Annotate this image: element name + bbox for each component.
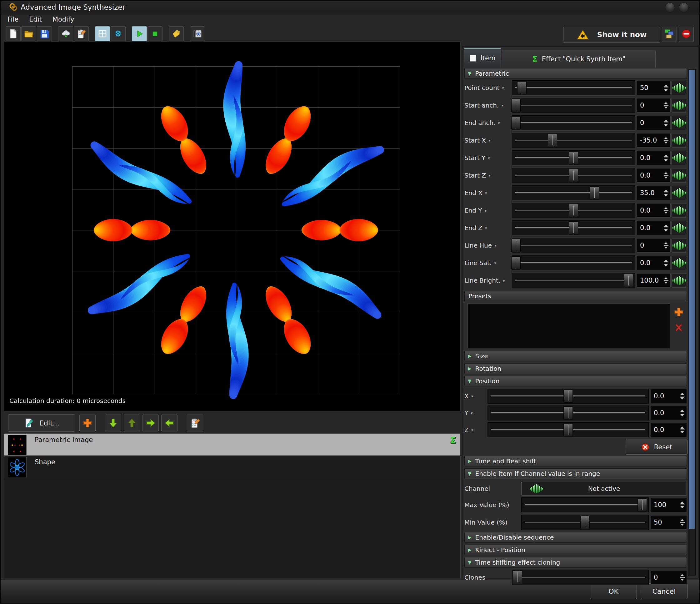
spinner-stepper[interactable]: [678, 393, 686, 400]
spinner-stepper[interactable]: [678, 502, 686, 508]
slider-handle[interactable]: [564, 423, 573, 436]
slider-handle[interactable]: [564, 406, 573, 419]
slider-label[interactable]: End anch.▾: [465, 119, 512, 127]
menu-modify[interactable]: Modify: [52, 16, 74, 23]
spin-down-icon[interactable]: [664, 89, 668, 91]
spin-down-icon[interactable]: [664, 106, 668, 109]
slider-label[interactable]: Start Y▾: [465, 154, 512, 162]
menu-edit[interactable]: Edit: [29, 16, 42, 23]
value-box[interactable]: 50: [651, 515, 687, 530]
toolbar-button-grid-view[interactable]: [95, 26, 110, 41]
spinner-stepper[interactable]: [662, 84, 670, 91]
window-orb-right-button[interactable]: [679, 2, 689, 13]
cancel-button[interactable]: Cancel: [641, 583, 688, 599]
section-time-and-beat-shift[interactable]: ▶ Time and Beat shift: [465, 456, 687, 466]
spin-down-icon[interactable]: [664, 159, 668, 161]
slider-track[interactable]: [521, 515, 649, 530]
slider-label[interactable]: Z▾: [465, 426, 488, 434]
spinner-stepper[interactable]: [662, 102, 670, 109]
slider-label[interactable]: Y▾: [465, 409, 488, 417]
slider-track[interactable]: [512, 80, 635, 95]
section-enable-item-in-range[interactable]: ▼ Enable item if Channel value is in ran…: [465, 468, 687, 479]
slider-label[interactable]: Line Sat.▾: [465, 259, 512, 267]
spin-up-icon[interactable]: [664, 190, 668, 192]
value-box[interactable]: 0.0: [651, 423, 687, 437]
spinner-stepper[interactable]: [662, 224, 670, 231]
move-left-button[interactable]: [161, 414, 177, 431]
slider-handle[interactable]: [569, 204, 578, 217]
no-entry-button[interactable]: [679, 27, 694, 42]
paste-special-button[interactable]: [187, 414, 203, 431]
slider-track[interactable]: [512, 220, 635, 235]
spinner-stepper[interactable]: [662, 207, 670, 214]
section-enable-disable-sequence[interactable]: ▶ Enable/Disable sequence: [465, 532, 687, 543]
toolbar-button-freeze[interactable]: ❄: [110, 26, 126, 41]
toolbar-button-stop[interactable]: [148, 26, 162, 41]
spin-down-icon[interactable]: [680, 506, 684, 508]
spinner-stepper[interactable]: [662, 119, 670, 126]
spinner-stepper[interactable]: [662, 154, 670, 161]
spin-down-icon[interactable]: [680, 431, 684, 433]
slider-track[interactable]: [512, 570, 649, 585]
toolbar-button-save[interactable]: [37, 26, 52, 41]
spinner-stepper[interactable]: [662, 172, 670, 179]
slider-handle[interactable]: [511, 256, 521, 269]
slider-handle[interactable]: [569, 221, 578, 235]
slider-label[interactable]: End X▾: [465, 189, 512, 197]
delete-preset-button[interactable]: [673, 321, 685, 334]
slider-track[interactable]: [488, 422, 649, 437]
slider-track[interactable]: [512, 150, 635, 165]
spin-down-icon[interactable]: [680, 397, 684, 400]
spin-up-icon[interactable]: [664, 154, 668, 156]
synth-item-list[interactable]: Parametric ImageΣShape: [4, 433, 460, 578]
spin-up-icon[interactable]: [664, 242, 668, 244]
spin-down-icon[interactable]: [664, 124, 668, 126]
toolbar-button-cloud-download[interactable]: [58, 26, 73, 41]
slider-handle[interactable]: [569, 169, 578, 182]
slider-track[interactable]: [488, 406, 649, 420]
window-orb-left-button[interactable]: [665, 2, 675, 13]
slider-handle[interactable]: [513, 571, 522, 584]
spinner-stepper[interactable]: [662, 137, 670, 144]
channel-waveform-button[interactable]: [671, 238, 687, 252]
value-box[interactable]: 0.0: [637, 151, 671, 165]
slider-track[interactable]: [521, 498, 649, 512]
spin-down-icon[interactable]: [680, 524, 684, 526]
value-box[interactable]: 35.0: [637, 186, 671, 200]
presets-list[interactable]: [468, 303, 670, 348]
spin-up-icon[interactable]: [664, 260, 668, 262]
slider-handle[interactable]: [638, 498, 647, 511]
spin-up-icon[interactable]: [664, 277, 668, 279]
channel-waveform-button[interactable]: [671, 81, 687, 95]
slider-track[interactable]: [512, 256, 635, 270]
slider-handle[interactable]: [517, 81, 527, 94]
slider-track[interactable]: [512, 115, 635, 130]
toolbar-button-new-file[interactable]: [6, 26, 21, 41]
spin-down-icon[interactable]: [664, 212, 668, 214]
slider-track[interactable]: [512, 98, 635, 113]
section-rotation[interactable]: ▶ Rotation: [465, 363, 687, 374]
spin-up-icon[interactable]: [664, 102, 668, 104]
value-box[interactable]: 0.0: [651, 389, 687, 403]
value-box[interactable]: 0.0: [637, 203, 671, 218]
spin-up-icon[interactable]: [680, 574, 684, 576]
channel-waveform-button[interactable]: [671, 168, 687, 183]
value-box[interactable]: -35.0: [637, 133, 671, 148]
spinner-stepper[interactable]: [662, 260, 670, 266]
spin-down-icon[interactable]: [664, 264, 668, 266]
slider-label[interactable]: Start Z▾: [465, 172, 512, 179]
value-box[interactable]: 0.0: [637, 221, 671, 235]
toolbar-button-paste-special[interactable]: [74, 26, 89, 41]
slider-track[interactable]: [512, 185, 635, 200]
spin-up-icon[interactable]: [680, 410, 684, 412]
list-item-shape[interactable]: Shape: [4, 456, 460, 478]
channel-waveform-button[interactable]: [671, 221, 687, 235]
spin-up-icon[interactable]: [664, 172, 668, 174]
spin-down-icon[interactable]: [664, 247, 668, 249]
panel-scrollbar[interactable]: [688, 69, 696, 576]
spin-up-icon[interactable]: [680, 393, 684, 395]
slider-label[interactable]: Line Hue▾: [465, 242, 512, 249]
channel-waveform-button[interactable]: [671, 133, 687, 148]
toolbar-button-open-folder[interactable]: [21, 26, 36, 41]
slider-label[interactable]: End Z▾: [465, 224, 512, 232]
